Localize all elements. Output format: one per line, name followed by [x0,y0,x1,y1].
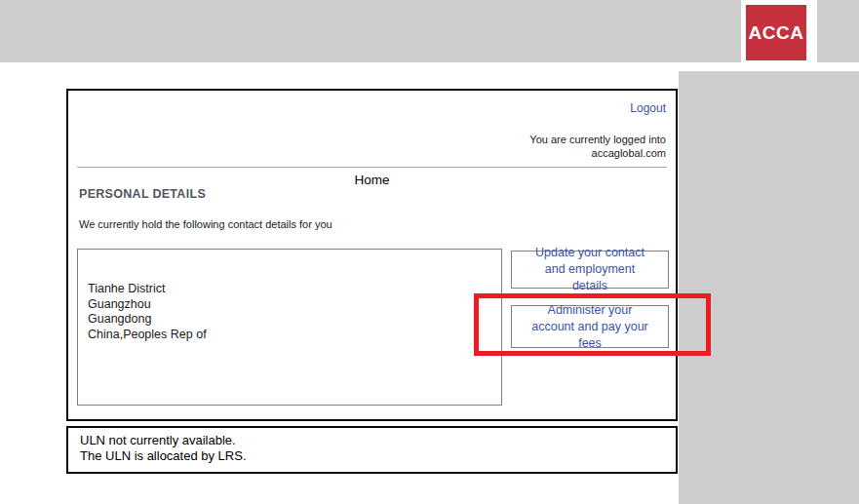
login-status-line2: accaglobal.com [529,146,666,160]
address-line: Guangzhou [88,297,501,313]
administer-account-button-label: Administer your account and pay your fee… [526,302,654,352]
uln-notice: ULN not currently available. The ULN is … [66,426,678,474]
address-box: Tianhe District Guangzhou Guangdong Chin… [77,249,502,406]
address-line: China,Peoples Rep of [88,328,501,343]
page-title: PERSONAL DETAILS [79,187,206,201]
uln-notice-line1: ULN not currently available. [80,433,676,448]
address-line: Guangdong [88,312,501,328]
nav-home[interactable]: Home [68,173,676,187]
top-banner [0,0,859,62]
intro-text: We currently hold the following contact … [79,218,332,230]
logout-link[interactable]: Logout [630,101,666,115]
update-contact-button[interactable]: Update your contact and employment detai… [511,251,669,289]
update-contact-button-label: Update your contact and employment detai… [526,245,654,294]
header-divider [77,167,667,168]
login-status-line1: You are currently logged into [529,133,666,146]
acca-logo: ACCA [746,5,806,60]
main-content-panel: Logout You are currently logged into acc… [66,89,678,421]
login-status-text: You are currently logged into accaglobal… [529,133,666,160]
administer-account-button[interactable]: Administer your account and pay your fee… [511,305,669,348]
right-sidebar-panel [679,71,859,504]
uln-notice-line2: The ULN is allocated by LRS. [80,448,676,464]
address-line: Tianhe District [88,282,501,297]
acca-logo-text: ACCA [749,22,804,44]
